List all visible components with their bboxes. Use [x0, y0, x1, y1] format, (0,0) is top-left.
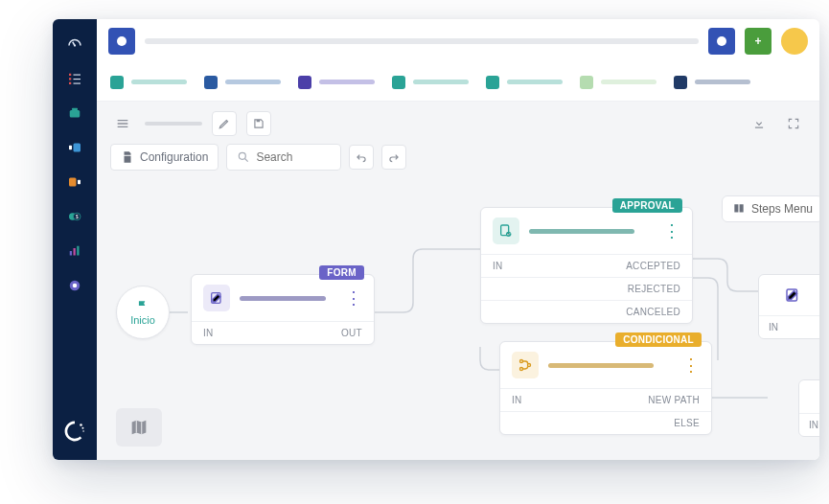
sidebar-rail: $: [53, 19, 97, 460]
svg-rect-9: [74, 144, 81, 152]
stub-form-node[interactable]: IN: [758, 274, 819, 339]
svg-rect-7: [70, 110, 81, 118]
form-icon: [784, 286, 801, 304]
approval-row-2: REJECTED: [481, 277, 692, 300]
svg-point-24: [240, 152, 246, 159]
svg-point-28: [519, 359, 522, 362]
search-icon: [237, 150, 250, 164]
app-window: $ +: [53, 19, 819, 460]
minimap-button[interactable]: [116, 408, 162, 447]
rail-finance[interactable]: $: [53, 199, 97, 234]
rail-dashboard[interactable]: [53, 27, 97, 61]
svg-rect-18: [77, 246, 79, 256]
configuration-button[interactable]: Configuration: [110, 144, 219, 171]
rail-tasks[interactable]: [53, 61, 97, 96]
user-avatar[interactable]: [781, 28, 808, 55]
conditional-row-2: ELSE: [500, 411, 711, 434]
svg-rect-5: [74, 79, 81, 80]
svg-point-22: [81, 427, 83, 429]
rail-pipeline-b[interactable]: [53, 165, 97, 199]
form-tag: FORM: [319, 265, 364, 280]
steps-menu-label: Steps Menu: [751, 202, 813, 216]
rail-logo: [62, 419, 87, 447]
conditional-row-1: INNEW PATH: [500, 388, 711, 411]
workflow-canvas[interactable]: Configuration: [97, 102, 819, 460]
approval-row-1: INACCEPTED: [481, 254, 692, 277]
svg-rect-4: [74, 75, 81, 76]
stub2-in: IN: [799, 413, 819, 436]
rail-analytics[interactable]: [53, 234, 97, 268]
hamburger-icon[interactable]: [110, 111, 135, 136]
form-ports: INOUT: [192, 321, 374, 344]
topbar-add-button[interactable]: +: [745, 28, 771, 55]
svg-rect-16: [70, 251, 72, 256]
tab-6[interactable]: [580, 76, 656, 89]
main-column: +: [97, 19, 819, 460]
fullscreen-button[interactable]: [781, 111, 806, 136]
svg-rect-17: [74, 248, 76, 256]
tab-7[interactable]: [674, 76, 750, 89]
topbar-action-button[interactable]: [708, 28, 735, 55]
rail-pipeline-a[interactable]: [53, 130, 97, 165]
edit-button[interactable]: [212, 111, 237, 136]
rail-inbox[interactable]: [53, 96, 97, 130]
svg-rect-1: [69, 74, 71, 76]
svg-point-23: [82, 430, 84, 432]
branch-icon: [512, 352, 539, 378]
tab-1[interactable]: [110, 76, 187, 89]
form-node[interactable]: FORM ⋮ INOUT: [191, 274, 375, 345]
search-input[interactable]: [226, 144, 341, 171]
svg-point-21: [80, 424, 82, 426]
steps-menu-panel[interactable]: Steps Menu: [722, 195, 819, 222]
svg-rect-12: [78, 180, 81, 185]
tab-4[interactable]: [392, 76, 469, 89]
topbar: +: [97, 19, 819, 63]
stub-form-in: IN: [759, 315, 819, 338]
svg-point-20: [73, 284, 78, 288]
topbar-title-placeholder: [145, 38, 699, 44]
start-label: Inicio: [130, 314, 155, 326]
approval-tag: APPROVAL: [612, 198, 682, 213]
rail-apps[interactable]: [53, 268, 97, 303]
svg-point-29: [519, 367, 522, 370]
approval-node[interactable]: APPROVAL ⋮ INACCEPTED REJECTED CANCELED: [480, 207, 693, 324]
stub-node-2[interactable]: IN: [798, 379, 819, 437]
search-field[interactable]: [256, 150, 323, 164]
tab-2[interactable]: [204, 76, 281, 89]
start-node[interactable]: Inicio: [116, 286, 170, 339]
conditional-title-skel: [548, 363, 654, 368]
download-button[interactable]: [747, 111, 771, 136]
tab-5[interactable]: [486, 76, 563, 89]
breadcrumb-skeleton: [145, 122, 202, 126]
svg-rect-11: [69, 178, 77, 187]
flag-icon: [135, 299, 150, 312]
approval-row-3: CANCELED: [481, 300, 692, 323]
redo-button[interactable]: [381, 145, 406, 170]
form-icon: [203, 285, 230, 311]
conditional-node[interactable]: CONDICIONAL ⋮ INNEW PATH ELSE: [499, 341, 712, 435]
book-icon: [732, 202, 746, 216]
undo-button[interactable]: [349, 145, 374, 170]
svg-text:$: $: [76, 214, 79, 219]
tab-3[interactable]: [298, 76, 375, 89]
conditional-tag: CONDICIONAL: [615, 332, 702, 347]
svg-rect-10: [69, 146, 72, 150]
sub-toolbar: Configuration: [108, 142, 808, 180]
svg-rect-3: [69, 82, 71, 84]
canvas-toolbar: [108, 113, 808, 142]
svg-point-30: [527, 363, 530, 366]
approval-icon: [493, 218, 519, 244]
form-title-skel: [240, 296, 326, 301]
tabs-row: [97, 63, 819, 102]
map-icon: [128, 417, 150, 438]
svg-rect-2: [69, 78, 71, 80]
topbar-home-button[interactable]: [108, 28, 135, 55]
save-button[interactable]: [246, 111, 271, 136]
svg-rect-8: [72, 108, 78, 110]
svg-rect-6: [74, 83, 81, 84]
approval-title-skel: [529, 229, 634, 234]
